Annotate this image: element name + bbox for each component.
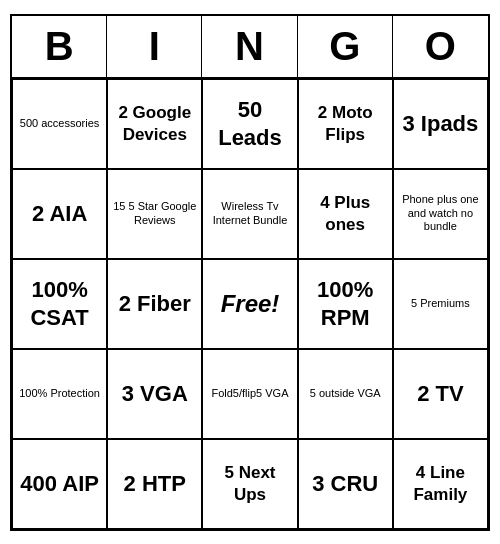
bingo-header: BINGO (12, 16, 488, 79)
bingo-cell-16: 3 VGA (107, 349, 202, 439)
bingo-cell-3: 2 Moto Flips (298, 79, 393, 169)
bingo-cell-12: Free! (202, 259, 297, 349)
bingo-cell-15: 100% Protection (12, 349, 107, 439)
header-letter-b: B (12, 16, 107, 77)
bingo-cell-9: Phone plus one and watch no bundle (393, 169, 488, 259)
bingo-cell-6: 15 5 Star Google Reviews (107, 169, 202, 259)
bingo-cell-24: 4 Line Family (393, 439, 488, 529)
bingo-cell-10: 100% CSAT (12, 259, 107, 349)
bingo-card: BINGO 500 accessories2 Google Devices50 … (10, 14, 490, 531)
bingo-cell-1: 2 Google Devices (107, 79, 202, 169)
bingo-cell-17: Fold5/flip5 VGA (202, 349, 297, 439)
bingo-cell-21: 2 HTP (107, 439, 202, 529)
header-letter-g: G (298, 16, 393, 77)
bingo-cell-4: 3 Ipads (393, 79, 488, 169)
bingo-cell-14: 5 Premiums (393, 259, 488, 349)
header-letter-o: O (393, 16, 488, 77)
header-letter-n: N (202, 16, 297, 77)
bingo-cell-13: 100% RPM (298, 259, 393, 349)
bingo-cell-22: 5 Next Ups (202, 439, 297, 529)
bingo-cell-23: 3 CRU (298, 439, 393, 529)
header-letter-i: I (107, 16, 202, 77)
bingo-cell-2: 50 Leads (202, 79, 297, 169)
bingo-grid: 500 accessories2 Google Devices50 Leads2… (12, 79, 488, 529)
bingo-cell-20: 400 AIP (12, 439, 107, 529)
bingo-cell-18: 5 outside VGA (298, 349, 393, 439)
bingo-cell-19: 2 TV (393, 349, 488, 439)
bingo-cell-0: 500 accessories (12, 79, 107, 169)
bingo-cell-5: 2 AIA (12, 169, 107, 259)
bingo-cell-7: Wireless Tv Internet Bundle (202, 169, 297, 259)
bingo-cell-8: 4 Plus ones (298, 169, 393, 259)
bingo-cell-11: 2 Fiber (107, 259, 202, 349)
